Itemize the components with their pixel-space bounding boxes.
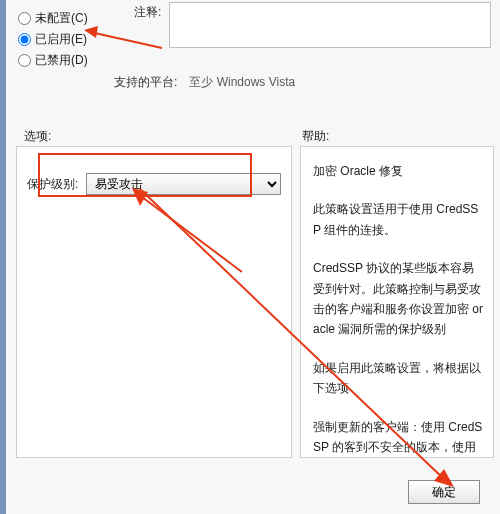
help-text: 如果启用此策略设置，将根据以下选项 — [313, 358, 485, 399]
help-text: 强制更新的客户端：使用 CredSSP 的客到不安全的版本，使用 CredSSP… — [313, 417, 485, 458]
options-panel: 保护级别: 易受攻击 — [16, 146, 292, 458]
help-text: CredSSP 协议的某些版本容易受到针对。此策略控制与易受攻击的客户端和服务你… — [313, 258, 485, 340]
radio-not-configured-input[interactable] — [18, 12, 31, 25]
options-section-label: 选项: — [24, 128, 302, 145]
help-text: 此策略设置适用于使用 CredSSP 组件的连接。 — [313, 199, 485, 240]
radio-not-configured-label: 未配置(C) — [35, 10, 88, 27]
supported-platform-value: 至少 Windows Vista — [189, 74, 295, 91]
radio-enabled-label: 已启用(E) — [35, 31, 87, 48]
ok-button[interactable]: 确定 — [408, 480, 480, 504]
radio-disabled[interactable]: 已禁用(D) — [18, 52, 490, 69]
help-section-label: 帮助: — [302, 128, 490, 145]
radio-disabled-input[interactable] — [18, 54, 31, 67]
help-text: 加密 Oracle 修复 — [313, 161, 485, 181]
comment-textarea[interactable] — [169, 2, 491, 48]
comment-label: 注释: — [134, 2, 161, 21]
supported-platform-label: 支持的平台: — [114, 74, 177, 91]
protection-level-select[interactable]: 易受攻击 — [86, 173, 281, 195]
help-panel: 加密 Oracle 修复 此策略设置适用于使用 CredSSP 组件的连接。 C… — [300, 146, 494, 458]
protection-level-label: 保护级别: — [27, 176, 78, 193]
radio-disabled-label: 已禁用(D) — [35, 52, 88, 69]
radio-enabled-input[interactable] — [18, 33, 31, 46]
